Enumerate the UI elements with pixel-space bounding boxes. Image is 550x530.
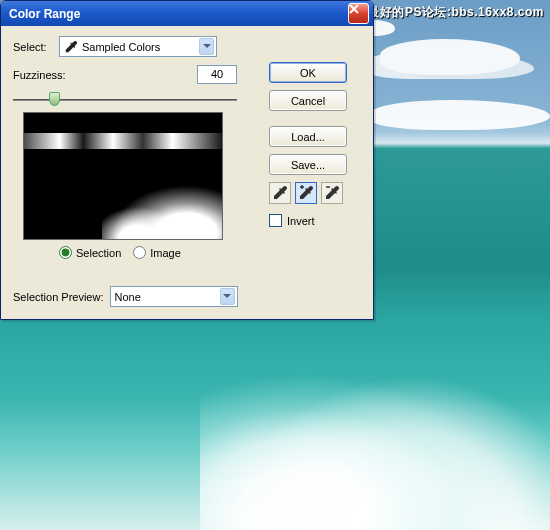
radio-image-input[interactable] [133,246,146,259]
close-icon [349,4,359,14]
chevron-down-icon [199,38,214,55]
eyedropper-minus-icon [324,185,340,201]
background-cloud [370,100,550,130]
selection-preview-value: None [115,291,141,303]
selection-preview-dropdown[interactable]: None [110,286,238,307]
background-splash [200,350,550,530]
slider-track [13,99,237,101]
background-cloud [380,39,520,75]
slider-thumb[interactable] [49,92,60,106]
selection-preview [23,112,223,240]
radio-image[interactable]: Image [133,246,181,259]
selection-preview-label: Selection Preview: [13,291,104,303]
radio-selection[interactable]: Selection [59,246,121,259]
fuzziness-label: Fuzziness: [13,69,66,81]
eyedropper-plus-icon [298,185,314,201]
load-button[interactable]: Load... [269,126,347,147]
select-value: Sampled Colors [82,41,160,53]
close-button[interactable] [348,3,369,24]
radio-selection-input[interactable] [59,246,72,259]
watermark-text: 最好的PS论坛:bbs.16xx8.com [367,4,544,21]
eyedropper-icon [272,185,288,201]
fuzziness-input[interactable]: 40 [197,65,237,84]
save-button[interactable]: Save... [269,154,347,175]
dialog-body: Select: Sampled Colors Fuzziness: 40 Sel… [1,26,373,319]
eyedropper-tool[interactable] [269,182,291,204]
color-range-dialog: Color Range Select: Sampled Colors Fuzzi… [0,0,374,320]
select-dropdown[interactable]: Sampled Colors [59,36,217,57]
checkbox-box [269,214,282,227]
chevron-down-icon [220,288,235,305]
ok-button[interactable]: OK [269,62,347,83]
preview-clouds [24,133,222,149]
select-label: Select: [13,41,59,53]
titlebar[interactable]: Color Range [1,1,373,26]
preview-splash [102,179,222,239]
eyedropper-subtract-tool[interactable] [321,182,343,204]
radio-image-label: Image [150,247,181,259]
eyedropper-add-tool[interactable] [295,182,317,204]
invert-checkbox[interactable]: Invert [269,214,359,227]
fuzziness-slider[interactable] [13,90,237,104]
eyedropper-icon [64,40,78,54]
dialog-title: Color Range [9,7,80,21]
invert-label: Invert [287,215,315,227]
cancel-button[interactable]: Cancel [269,90,347,111]
radio-selection-label: Selection [76,247,121,259]
side-buttons: OK Cancel Load... Save... Invert [269,62,359,227]
